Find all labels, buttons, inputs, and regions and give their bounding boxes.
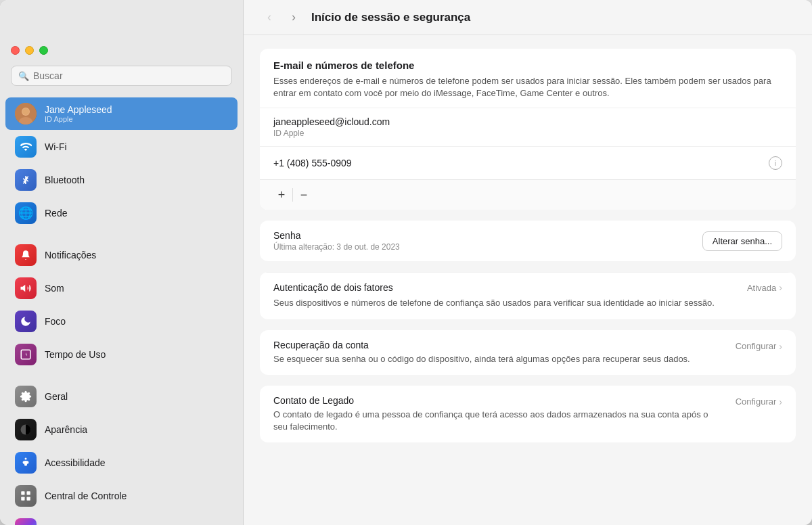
add-button[interactable]: + (271, 185, 292, 204)
back-button[interactable]: ‹ (260, 8, 279, 27)
recovery-desc: Se esquecer sua senha ou o código do dis… (273, 353, 725, 365)
password-title: Senha (273, 230, 400, 241)
password-subtitle: Última alteração: 3 de out. de 2023 (273, 242, 400, 252)
minimize-button[interactable] (25, 46, 34, 55)
legacy-section-card: Contato de Legado O contato de legado é … (260, 386, 796, 442)
add-icon: + (278, 188, 286, 202)
sidebar-general-label: Geral (45, 391, 68, 402)
recovery-row[interactable]: Recuperação da conta Se esquecer sua sen… (260, 330, 796, 375)
svg-point-9 (25, 458, 27, 460)
sidebar-network-label: Rede (45, 208, 67, 219)
legacy-desc: O contato de legado é uma pessoa de conf… (273, 409, 725, 433)
password-row: Senha Última alteração: 3 de out. de 202… (260, 221, 796, 261)
password-info: Senha Última alteração: 3 de out. de 202… (273, 230, 400, 252)
sidebar-item-controlcenter[interactable]: Central de Controle (5, 480, 238, 512)
general-icon (15, 386, 37, 407)
remove-icon: − (300, 188, 308, 202)
remove-button[interactable]: − (293, 185, 315, 204)
legacy-chevron-icon: › (779, 396, 782, 407)
sidebar-item-accessibility[interactable]: Acessibilidade (5, 447, 238, 479)
svg-rect-11 (27, 491, 30, 495)
email-section-card: E-mail e números de telefone Esses ender… (260, 49, 796, 210)
content-body: E-mail e números de telefone Esses ender… (244, 35, 812, 525)
chevron-right-icon: › (779, 282, 782, 293)
recovery-content: Recuperação da conta Se esquecer sua sen… (273, 340, 725, 365)
sidebar-item-bluetooth[interactable]: Bluetooth (5, 164, 238, 196)
two-factor-status: Ativada › (747, 282, 782, 293)
sidebar-item-notifications[interactable]: Notificações (5, 239, 238, 271)
close-button[interactable] (11, 46, 20, 55)
titlebar-area (0, 35, 243, 55)
search-bar[interactable]: 🔍 (11, 66, 232, 86)
sidebar-item-siri[interactable]: Siri e Spotlight (5, 513, 238, 525)
controlcenter-icon (15, 485, 37, 507)
legacy-action-label: Configurar (736, 396, 777, 407)
svg-rect-13 (27, 497, 30, 501)
sidebar: 🔍 (0, 0, 244, 525)
maximize-button[interactable] (39, 46, 48, 55)
recovery-action-label: Configurar (736, 341, 777, 351)
avatar-initials (15, 103, 37, 124)
change-password-button[interactable]: Alterar senha... (702, 231, 782, 251)
content-header: ‹ › Início de sessão e segurança (244, 0, 812, 35)
sidebar-item-focus[interactable]: Foco (5, 305, 238, 338)
phone-info-button[interactable]: i (769, 156, 782, 170)
sidebar-bluetooth-label: Bluetooth (45, 175, 85, 185)
user-subtitle: ID Apple (45, 115, 112, 123)
sound-icon (15, 277, 37, 299)
two-factor-desc: Seus dispositivos e números de telefone … (273, 297, 782, 309)
sidebar-wifi-label: Wi-Fi (45, 141, 67, 152)
email-section-desc: Esses endereços de e-mail e números de t… (273, 75, 782, 99)
legacy-row[interactable]: Contato de Legado O contato de legado é … (260, 386, 796, 442)
network-icon: 🌐 (15, 202, 37, 224)
back-arrow-icon: ‹ (267, 10, 271, 24)
sidebar-notifications-label: Notificações (45, 250, 96, 260)
sidebar-item-appearance[interactable]: Aparência (5, 413, 238, 446)
sidebar-item-appleid[interactable]: Jane Appleseed ID Apple (5, 97, 238, 130)
legacy-title: Contato de Legado (273, 395, 725, 406)
bluetooth-icon (15, 169, 37, 191)
search-input[interactable] (33, 70, 225, 81)
appearance-icon (15, 419, 37, 440)
password-section-card: Senha Última alteração: 3 de out. de 202… (260, 221, 796, 261)
recovery-section-card: Recuperação da conta Se esquecer sua sen… (260, 330, 796, 375)
traffic-lights (11, 46, 48, 55)
sidebar-accessibility-label: Acessibilidade (45, 457, 106, 468)
user-info: Jane Appleseed ID Apple (45, 104, 112, 123)
sidebar-item-wifi[interactable]: Wi-Fi (5, 131, 238, 163)
recovery-title: Recuperação da conta (273, 340, 725, 350)
svg-marker-5 (21, 285, 26, 292)
search-icon: 🔍 (18, 71, 29, 81)
notifications-icon (15, 244, 37, 266)
email-section-title: E-mail e números de telefone (273, 60, 782, 71)
sidebar-appearance-label: Aparência (45, 424, 87, 435)
forward-arrow-icon: › (292, 10, 296, 24)
svg-rect-10 (21, 491, 24, 495)
add-remove-row: + − (260, 179, 796, 210)
legacy-content: Contato de Legado O contato de legado é … (273, 395, 725, 433)
main-content: ‹ › Início de sessão e segurança E-mail … (244, 0, 812, 525)
sidebar-item-sound[interactable]: Som (5, 272, 238, 304)
accessibility-icon (15, 452, 37, 474)
sidebar-item-network[interactable]: 🌐 Rede (5, 197, 238, 229)
recovery-chevron-icon: › (779, 341, 782, 352)
focus-icon (15, 311, 37, 332)
sidebar-item-screentime[interactable]: Tempo de Uso (5, 338, 238, 371)
two-factor-title: Autenticação de dois fatores (273, 282, 393, 293)
forward-button[interactable]: › (284, 8, 303, 27)
screentime-icon (15, 344, 37, 365)
wifi-icon (15, 136, 37, 158)
sidebar-item-general[interactable]: Geral (5, 380, 238, 413)
user-name: Jane Appleseed (45, 104, 112, 115)
phone-row: +1 (408) 555-0909 i (260, 147, 796, 179)
two-factor-row[interactable]: Autenticação de dois fatores Ativada › S… (260, 272, 796, 319)
info-icon-char: i (775, 159, 776, 167)
two-factor-header: Autenticação de dois fatores Ativada › (273, 282, 782, 293)
user-avatar (15, 103, 37, 124)
sidebar-sound-label: Som (45, 283, 64, 294)
email-type-label: ID Apple (273, 129, 782, 138)
page-title: Início de sessão e segurança (311, 11, 470, 24)
siri-icon (15, 518, 37, 525)
two-factor-status-text: Ativada (747, 283, 776, 293)
svg-rect-12 (21, 497, 24, 501)
